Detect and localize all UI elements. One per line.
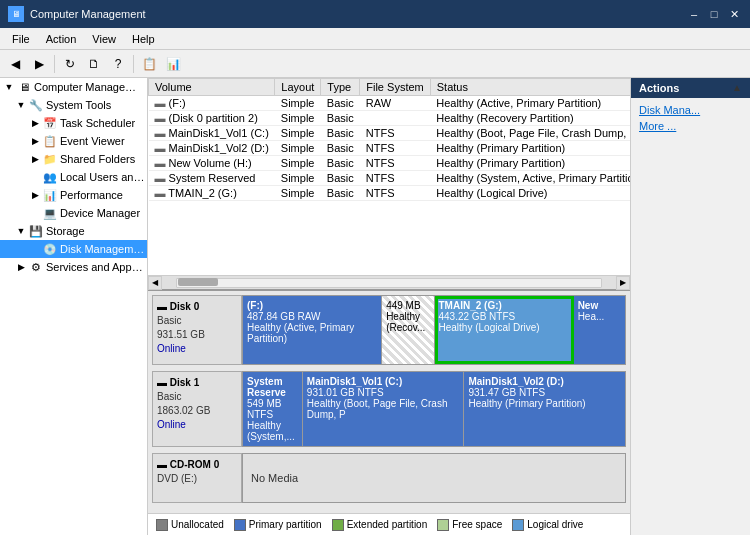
disk0-partition-tmain2[interactable]: TMAIN_2 (G:) 443.22 GB NTFS Healthy (Log…	[435, 296, 574, 364]
menu-file[interactable]: File	[4, 31, 38, 47]
volume-table-area[interactable]: Volume Layout Type File System Status Ca…	[148, 78, 630, 275]
toolbar-back[interactable]: ◀	[4, 53, 26, 75]
col-volume[interactable]: Volume	[149, 79, 275, 96]
table-row[interactable]: ▬ MainDisk1_Vol2 (D:) Simple Basic NTFS …	[149, 141, 631, 156]
disk1-partition-c[interactable]: MainDisk1_Vol1 (C:) 931.01 GB NTFS Healt…	[303, 372, 465, 446]
cell-fs	[360, 111, 430, 126]
cell-status: Healthy (System, Active, Primary Partiti…	[430, 171, 630, 186]
tree-item-device-manager[interactable]: 💻 Device Manager	[0, 204, 147, 222]
disk0-partition-new[interactable]: New Hea...	[574, 296, 625, 364]
table-row[interactable]: ▬ (F:) Simple Basic RAW Healthy (Active,…	[149, 96, 631, 111]
tree-expand-storage[interactable]: ▼	[14, 224, 28, 238]
disk0-type: Basic	[157, 314, 237, 328]
tree-expand-disk[interactable]	[28, 242, 42, 256]
toolbar-refresh[interactable]: ↻	[59, 53, 81, 75]
tree-item-storage[interactable]: ▼ 💾 Storage	[0, 222, 147, 240]
tree-expand-users[interactable]	[28, 170, 42, 184]
tree-item-performance[interactable]: ▶ 📊 Performance	[0, 186, 147, 204]
actions-link-disk[interactable]: Disk Mana...	[635, 102, 746, 118]
cell-volume: ▬ (F:)	[149, 96, 275, 111]
disk1-partition-sysreserved[interactable]: System Reserve 549 MB NTFS Healthy (Syst…	[243, 372, 303, 446]
toolbar-help[interactable]: ?	[107, 53, 129, 75]
local-users-icon: 👥	[42, 169, 58, 185]
toolbar-sep1	[54, 55, 55, 73]
shared-folders-icon: 📁	[42, 151, 58, 167]
tree-expand-perf[interactable]: ▶	[28, 188, 42, 202]
cell-status: Healthy (Primary Partition)	[430, 156, 630, 171]
tree-item-disk-management[interactable]: 💿 Disk Management	[0, 240, 147, 258]
tree-label-event-viewer: Event Viewer	[60, 135, 125, 147]
tree-item-local-users[interactable]: 👥 Local Users and Groups	[0, 168, 147, 186]
tree-expand-shared[interactable]: ▶	[28, 152, 42, 166]
cell-volume: ▬ New Volume (H:)	[149, 156, 275, 171]
menu-bar: File Action View Help	[0, 28, 750, 50]
toolbar-extra1[interactable]: 📋	[138, 53, 160, 75]
disk1-size: 1863.02 GB	[157, 404, 237, 418]
toolbar-properties[interactable]: 🗋	[83, 53, 105, 75]
d1p2-size: 931.01 GB NTFS	[307, 387, 460, 398]
tree-label-local-users: Local Users and Groups	[60, 171, 145, 183]
disk1-partition-d[interactable]: MainDisk1_Vol2 (D:) 931.47 GB NTFS Healt…	[464, 372, 625, 446]
tree-expand-task[interactable]: ▶	[28, 116, 42, 130]
cell-type: Basic	[321, 111, 360, 126]
tree-item-system-tools[interactable]: ▼ 🔧 System Tools	[0, 96, 147, 114]
toolbar-forward[interactable]: ▶	[28, 53, 50, 75]
cdrom-type: DVD (E:)	[157, 472, 237, 486]
disk1-type: Basic	[157, 390, 237, 404]
disk0-partition-recov[interactable]: 449 MB Healthy (Recov...	[382, 296, 434, 364]
tree-item-root[interactable]: ▼ 🖥 Computer Management (Local	[0, 78, 147, 96]
scroll-track[interactable]	[176, 278, 602, 288]
table-row[interactable]: ▬ (Disk 0 partition 2) Simple Basic Heal…	[149, 111, 631, 126]
d1p3-size: 931.47 GB NTFS	[468, 387, 621, 398]
tree-label-root: Computer Management (Local	[34, 81, 145, 93]
table-row[interactable]: ▬ New Volume (H:) Simple Basic NTFS Heal…	[149, 156, 631, 171]
col-type[interactable]: Type	[321, 79, 360, 96]
tree-item-task-scheduler[interactable]: ▶ 📅 Task Scheduler	[0, 114, 147, 132]
menu-view[interactable]: View	[84, 31, 124, 47]
volume-table: Volume Layout Type File System Status Ca…	[148, 78, 630, 201]
cell-layout: Simple	[275, 126, 321, 141]
cell-status: Healthy (Logical Drive)	[430, 186, 630, 201]
table-row[interactable]: ▬ TMAIN_2 (G:) Simple Basic NTFS Healthy…	[149, 186, 631, 201]
legend-logical-box	[512, 519, 524, 531]
tree-expand-device[interactable]	[28, 206, 42, 220]
col-status[interactable]: Status	[430, 79, 630, 96]
event-viewer-icon: 📋	[42, 133, 58, 149]
disk0-partition-f[interactable]: (F:) 487.84 GB RAW Healthy (Active, Prim…	[243, 296, 382, 364]
cell-fs: RAW	[360, 96, 430, 111]
minimize-button[interactable]: –	[686, 6, 702, 22]
menu-action[interactable]: Action	[38, 31, 85, 47]
actions-link-more[interactable]: More ...	[635, 118, 746, 134]
legend-unallocated: Unallocated	[156, 519, 224, 531]
horizontal-scrollbar[interactable]: ◀ ▶	[148, 275, 630, 289]
content-area: Volume Layout Type File System Status Ca…	[148, 78, 630, 535]
scroll-right-arrow[interactable]: ▶	[616, 276, 630, 290]
menu-help[interactable]: Help	[124, 31, 163, 47]
maximize-button[interactable]: □	[706, 6, 722, 22]
scroll-thumb[interactable]	[178, 278, 218, 286]
actions-section: Disk Mana... More ...	[631, 98, 750, 138]
tree-item-services[interactable]: ▶ ⚙ Services and Applications	[0, 258, 147, 276]
tree-item-event-viewer[interactable]: ▶ 📋 Event Viewer	[0, 132, 147, 150]
close-button[interactable]: ✕	[726, 6, 742, 22]
actions-header: Actions ▲	[631, 78, 750, 98]
tree-expand-services[interactable]: ▶	[14, 260, 28, 274]
toolbar-extra2[interactable]: 📊	[162, 53, 184, 75]
tree-label-storage: Storage	[46, 225, 85, 237]
main-layout: ▼ 🖥 Computer Management (Local ▼ 🔧 Syste…	[0, 78, 750, 535]
cdrom-no-media: No Media	[251, 472, 298, 484]
table-row[interactable]: ▬ MainDisk1_Vol1 (C:) Simple Basic NTFS …	[149, 126, 631, 141]
tree-item-shared-folders[interactable]: ▶ 📁 Shared Folders	[0, 150, 147, 168]
tree-expand-event[interactable]: ▶	[28, 134, 42, 148]
table-row[interactable]: ▬ System Reserved Simple Basic NTFS Heal…	[149, 171, 631, 186]
col-layout[interactable]: Layout	[275, 79, 321, 96]
disk0-status: Online	[157, 342, 237, 356]
tree-expand-root[interactable]: ▼	[2, 80, 16, 94]
col-filesystem[interactable]: File System	[360, 79, 430, 96]
tree-expand-system-tools[interactable]: ▼	[14, 98, 28, 112]
d0p2-status: Healthy (Recov...	[386, 311, 429, 333]
scroll-left-arrow[interactable]: ◀	[148, 276, 162, 290]
actions-scroll-up[interactable]: ▲	[732, 82, 742, 93]
disk-row-0: ▬ Disk 0 Basic 931.51 GB Online (F:) 487…	[152, 295, 626, 365]
cdrom-title: ▬ CD-ROM 0	[157, 458, 237, 472]
